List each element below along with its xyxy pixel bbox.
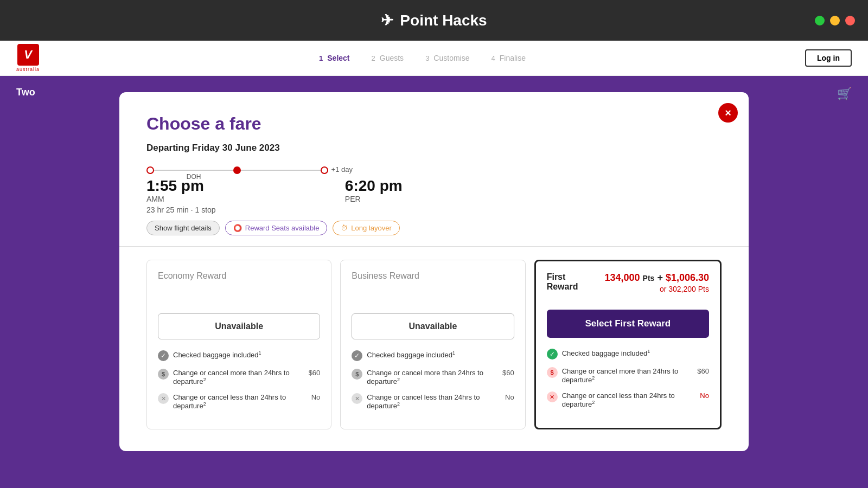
logo-v-icon: V [17, 44, 39, 66]
business-feature-change-more: $ Change or cancel more than 24hrs to de… [352, 369, 514, 386]
dollar-red-icon: $ [547, 367, 558, 378]
reward-seats-badge: ⭕ Reward Seats available [225, 221, 328, 235]
first-price-block: 134,000 Pts + $1,006.30 or 302,200 Pts [605, 272, 709, 293]
fare-modal: × Choose a fare Departing Friday 30 June… [119, 92, 749, 451]
stop-dot-icon [233, 166, 241, 174]
departure-time-block: 1:55 pm AMM [146, 177, 204, 203]
stop-code-label: DOH [187, 173, 201, 181]
arrival-time-block: 6:20 pm PER [345, 177, 403, 203]
page-two-label: Two [16, 87, 35, 98]
departure-info: DOH +1 day 1:55 pm AMM 6:20 pm PER [146, 164, 403, 214]
economy-feature-baggage: ✓ Checked baggage included1 [158, 350, 320, 361]
page-background: Two 🛒 × Choose a fare Departing Friday 3… [0, 76, 868, 488]
economy-feature-change-less: ✕ Change or cancel less than 24hrs to de… [158, 393, 320, 410]
fare-cards-container: Economy Reward Unavailable ✓ Checked bag… [146, 260, 722, 429]
first-card-header: FirstReward 134,000 Pts + $1,006.30 or 3… [547, 272, 709, 293]
nav-steps: 1 Select 2 Guests 3 Customise 4 Finalise [40, 54, 805, 62]
check-gray-icon-b: ✓ [352, 350, 362, 361]
flight-timeline-line: DOH +1 day [146, 166, 353, 174]
economy-fare-card: Economy Reward Unavailable ✓ Checked bag… [146, 260, 331, 429]
first-feature-baggage: ✓ Checked baggage included1 [547, 349, 709, 359]
long-layover-badge: ⏱ Long layover [333, 221, 399, 235]
first-feature-change-more: $ Change or cancel more than 24hrs to de… [547, 367, 709, 384]
show-details-button[interactable]: Show flight details [146, 221, 220, 235]
business-card-title: Business Reward [352, 271, 514, 281]
window-close-button[interactable] [845, 16, 855, 25]
business-feature-change-less: ✕ Change or cancel less than 24hrs to de… [352, 393, 514, 410]
times-row: 1:55 pm AMM 6:20 pm PER [146, 177, 403, 203]
logo: V australia [16, 44, 40, 72]
check-green-icon: ✓ [547, 349, 558, 359]
logo-subtext: australia [16, 67, 40, 72]
first-card-title: FirstReward [547, 272, 578, 292]
nav-step-guests: 2 Guests [372, 54, 404, 62]
modal-close-button[interactable]: × [718, 103, 738, 123]
first-features: ✓ Checked baggage included1 $ Change or … [547, 349, 709, 409]
cart-icon[interactable]: 🛒 [837, 87, 852, 101]
first-fare-card: FirstReward 134,000 Pts + $1,006.30 or 3… [534, 260, 722, 429]
select-first-reward-button[interactable]: Select First Reward [547, 310, 709, 338]
app-title: ✈ Point Hacks [381, 11, 487, 29]
login-button[interactable]: Log in [805, 49, 852, 67]
window-minimize-button[interactable] [815, 16, 825, 25]
modal-divider [119, 246, 749, 247]
business-unavailable-btn: Unavailable [352, 313, 514, 339]
top-bar: ✈ Point Hacks [0, 0, 868, 41]
business-fare-card: Business Reward Unavailable ✓ Checked ba… [340, 260, 525, 429]
x-red-icon: ✕ [547, 391, 558, 402]
nav-step-customise: 3 Customise [425, 54, 469, 62]
reward-icon: ⭕ [233, 224, 242, 232]
nav-bar: V australia 1 Select 2 Guests 3 Customis… [0, 41, 868, 76]
economy-card-title: Economy Reward [158, 271, 320, 281]
x-gray-icon-b: ✕ [352, 393, 362, 404]
timeline-segment-1: DOH [154, 170, 233, 171]
arr-time: 6:20 pm [345, 177, 403, 195]
badge-row: Show flight details ⭕ Reward Seats avail… [146, 221, 722, 235]
economy-unavailable-btn: Unavailable [158, 313, 320, 339]
dep-dot-icon [146, 166, 154, 174]
window-maximize-button[interactable] [830, 16, 840, 25]
layover-icon: ⏱ [341, 224, 348, 232]
modal-subtitle: Departing Friday 30 June 2023 [146, 143, 722, 153]
arr-airport: PER [345, 195, 403, 203]
arr-dot-icon [321, 166, 328, 174]
flight-duration: 23 hr 25 min · 1 stop [146, 206, 403, 214]
dollar-icon-b: $ [352, 369, 362, 380]
dollar-icon: $ [158, 369, 169, 380]
plus-day-label: +1 day [331, 165, 353, 174]
business-feature-baggage: ✓ Checked baggage included1 [352, 350, 514, 361]
first-feature-change-less: ✕ Change or cancel less than 24hrs to de… [547, 391, 709, 408]
nav-step-select: 1 Select [319, 54, 349, 62]
window-controls [815, 16, 855, 25]
x-gray-icon: ✕ [158, 393, 169, 404]
timeline-segment-2 [241, 170, 320, 171]
check-gray-icon: ✓ [158, 350, 169, 361]
plane-icon: ✈ [381, 11, 393, 29]
economy-features: ✓ Checked baggage included1 $ Change or … [158, 350, 320, 410]
economy-feature-change-more: $ Change or cancel more than 24hrs to de… [158, 369, 320, 386]
business-features: ✓ Checked baggage included1 $ Change or … [352, 350, 514, 410]
dep-airport: AMM [146, 195, 204, 203]
first-pts-alt: or 302,200 Pts [605, 285, 709, 293]
first-pts-label: 134,000 Pts + $1,006.30 [605, 272, 709, 284]
modal-title: Choose a fare [146, 114, 722, 134]
nav-step-finalise: 4 Finalise [492, 54, 526, 62]
